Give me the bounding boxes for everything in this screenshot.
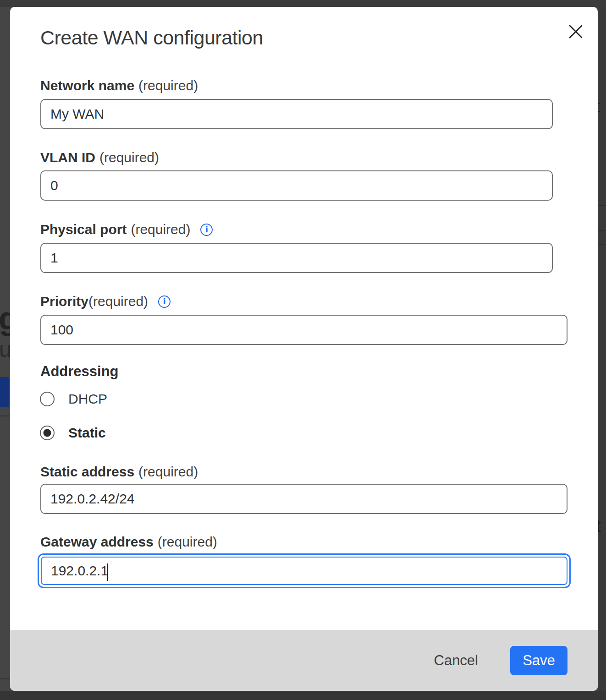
vlan-id-label: VLAN ID (required) [40,148,159,167]
physical-port-label: Physical port (required) i [40,220,213,239]
physical-port-input[interactable] [40,243,553,273]
radio-static[interactable]: Static [40,425,106,441]
close-icon [567,22,585,41]
vlan-id-input[interactable] [40,170,553,201]
close-button[interactable] [565,21,587,43]
required-hint: (required) [158,533,217,551]
backdrop-text-fragment: g [0,300,10,337]
label-text: Priority [40,292,88,311]
dialog-title: Create WAN configuration [40,27,263,49]
gateway-address-label: Gateway address (required) [40,533,217,551]
label-text: VLAN ID [40,148,95,167]
save-button[interactable]: Save [510,646,567,675]
gateway-address-input[interactable] [41,557,567,585]
radio-dhcp[interactable]: DHCP [40,391,107,407]
addressing-heading: Addressing [40,363,119,380]
backdrop-top [0,0,606,7]
required-hint: (required) [138,463,198,481]
cancel-button[interactable]: Cancel [425,648,488,673]
label-text: Gateway address [40,533,154,551]
backdrop-left: g u [0,7,10,700]
backdrop-text-fragment: u [0,337,10,362]
backdrop-divider [598,205,606,206]
create-wan-configuration-dialog: Create WAN configuration Network name (r… [10,7,598,691]
dialog-footer: Cancel Save [10,630,598,691]
network-name-input[interactable] [40,99,553,129]
radio-label: DHCP [68,391,107,407]
static-address-label: Static address (required) [40,463,198,481]
label-text: Physical port [40,220,127,239]
radio-circle-selected [40,426,55,440]
label-text: Static address [40,463,134,481]
backdrop-bottom [0,691,606,700]
backdrop-divider [0,678,10,679]
priority-label: Priority (required) i [40,292,171,311]
required-hint: (required) [138,77,198,95]
backdrop-right: t l t [598,7,606,700]
required-hint: (required) [99,148,159,167]
info-icon[interactable]: i [158,295,171,308]
radio-label: Static [68,425,106,441]
gateway-address-focus-ring [38,553,571,588]
network-name-label: Network name (required) [40,77,198,95]
info-icon[interactable]: i [200,224,213,236]
backdrop-text-fragment: t [598,516,601,536]
label-text: Network name [40,77,134,95]
backdrop-text-fragment: t l [598,97,606,136]
backdrop-divider [0,416,10,416]
priority-input[interactable] [40,315,567,345]
static-address-input[interactable] [40,484,567,514]
radio-circle-unselected [40,392,55,406]
backdrop-blue-button-fragment [0,377,9,407]
backdrop-divider [598,230,606,231]
required-hint: (required) [131,220,190,239]
required-hint: (required) [88,292,148,311]
text-cursor [107,563,108,581]
backdrop-divider [598,244,606,245]
